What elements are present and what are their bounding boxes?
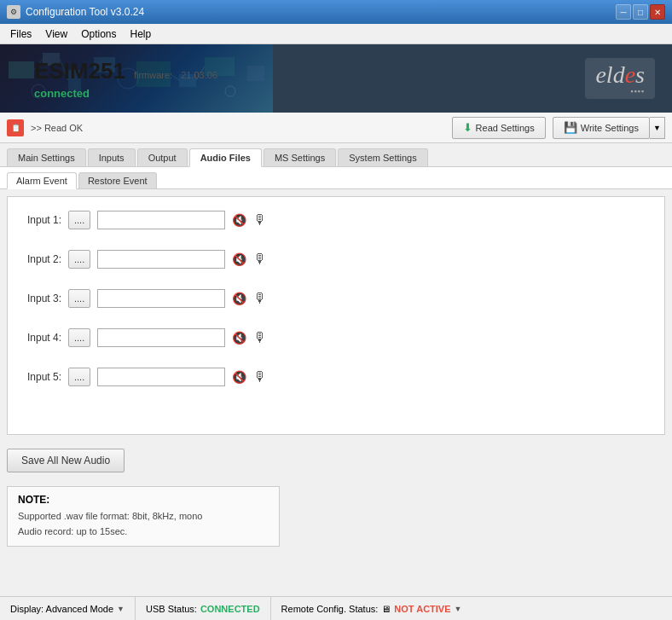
svg-point-13 bbox=[225, 86, 235, 96]
eldes-logo-text: eldes ▪▪▪▪ bbox=[585, 58, 655, 99]
browse-button-2[interactable]: .... bbox=[68, 250, 90, 269]
note-box: NOTE: Supported .wav file format: 8bit, … bbox=[7, 486, 280, 547]
speaker-icon-2[interactable]: 🔇 bbox=[232, 252, 246, 266]
svg-rect-0 bbox=[9, 61, 34, 78]
mic-icon-2[interactable]: 🎙 bbox=[253, 252, 267, 267]
input-1-label: Input 1: bbox=[14, 214, 61, 226]
usb-status-section: USB Status: CONNECTED bbox=[136, 597, 271, 620]
minimize-button[interactable]: ─ bbox=[616, 4, 631, 20]
remote-config-value: NOT ACTIVE bbox=[394, 604, 450, 614]
input-4-label: Input 4: bbox=[14, 332, 61, 344]
title-bar: ⚙ Configuration Tool v3.0.24 ─ □ ✕ bbox=[0, 0, 672, 24]
header-center: ESIM251 firmware: 21.03.06 connected bbox=[34, 58, 217, 100]
maximize-button[interactable]: □ bbox=[633, 4, 648, 20]
speaker-icon-4[interactable]: 🔇 bbox=[232, 331, 246, 345]
remote-config-icon: 🖥 bbox=[381, 604, 391, 614]
status-bar: Display: Advanced Mode ▼ USB Status: CON… bbox=[0, 596, 672, 620]
input-2-label: Input 2: bbox=[14, 253, 61, 265]
audio-inputs-panel: Input 1: .... 🔇 🎙 Input 2: .... 🔇 🎙 In bbox=[7, 196, 665, 435]
file-input-5[interactable] bbox=[97, 368, 225, 386]
save-all-audio-button[interactable]: Save All New Audio bbox=[7, 449, 125, 472]
status-icon: 📋 bbox=[7, 119, 24, 136]
speaker-icon-5[interactable]: 🔇 bbox=[232, 370, 246, 384]
remote-config-section: Remote Config. Status: 🖥 NOT ACTIVE ▼ bbox=[271, 597, 472, 620]
tab-audio-files[interactable]: Audio Files bbox=[189, 148, 262, 167]
sub-tab-alarm-event[interactable]: Alarm Event bbox=[7, 172, 77, 189]
sub-tab-restore-event[interactable]: Restore Event bbox=[78, 172, 157, 188]
app-window: ⚙ Configuration Tool v3.0.24 ─ □ ✕ Files… bbox=[0, 0, 672, 620]
download-icon: ⬇ bbox=[463, 121, 472, 134]
mic-icon-5[interactable]: 🎙 bbox=[253, 369, 267, 385]
file-input-3[interactable] bbox=[97, 289, 225, 308]
mic-icon-3[interactable]: 🎙 bbox=[253, 291, 267, 306]
file-input-4[interactable] bbox=[97, 328, 225, 347]
remote-config-dropdown[interactable]: ▼ bbox=[455, 605, 462, 613]
input-row-2: Input 2: .... 🔇 🎙 bbox=[14, 250, 658, 269]
tab-ms-settings[interactable]: MS Settings bbox=[264, 148, 336, 166]
header-banner: ESIM251 firmware: 21.03.06 connected eld… bbox=[0, 44, 672, 113]
toolbar: 📋 >> Read OK ⬇ Read Settings 💾 Write Set… bbox=[0, 113, 672, 143]
read-settings-button[interactable]: ⬇ Read Settings bbox=[452, 117, 546, 139]
menu-view[interactable]: View bbox=[38, 26, 74, 42]
menu-options[interactable]: Options bbox=[74, 26, 123, 42]
svg-rect-14 bbox=[247, 66, 264, 81]
display-mode-dropdown[interactable]: ▼ bbox=[117, 605, 125, 613]
speaker-icon-1[interactable]: 🔇 bbox=[232, 213, 246, 227]
input-row-5: Input 5: .... 🔇 🎙 bbox=[14, 368, 658, 386]
menu-help[interactable]: Help bbox=[124, 26, 159, 42]
browse-button-3[interactable]: .... bbox=[68, 289, 90, 308]
firmware-label: firmware: bbox=[134, 70, 172, 80]
window-controls: ─ □ ✕ bbox=[616, 4, 665, 20]
main-tabs: Main Settings Inputs Output Audio Files … bbox=[0, 143, 672, 167]
write-settings-dropdown[interactable]: ▼ bbox=[650, 117, 665, 139]
input-3-label: Input 3: bbox=[14, 293, 61, 304]
scrollable-area: Input 1: .... 🔇 🎙 Input 2: .... 🔇 🎙 In bbox=[0, 189, 672, 620]
tab-inputs[interactable]: Inputs bbox=[88, 148, 136, 166]
window-title: Configuration Tool v3.0.24 bbox=[26, 6, 144, 18]
note-line-2: Audio record: up to 15sec. bbox=[18, 524, 269, 540]
speaker-icon-3[interactable]: 🔇 bbox=[232, 292, 246, 305]
save-icon: 💾 bbox=[564, 121, 577, 134]
mic-icon-1[interactable]: 🎙 bbox=[253, 212, 267, 228]
usb-label: USB Status: bbox=[146, 604, 197, 614]
toolbar-status-text: >> Read OK bbox=[31, 123, 83, 133]
display-mode-section: Display: Advanced Mode ▼ bbox=[0, 597, 136, 620]
remote-label: Remote Config. Status: bbox=[281, 604, 379, 614]
note-line-1: Supported .wav file format: 8bit, 8kHz, … bbox=[18, 509, 269, 524]
tab-main-settings[interactable]: Main Settings bbox=[7, 148, 86, 166]
firmware-version: 21.03.06 bbox=[181, 70, 217, 80]
tab-system-settings[interactable]: System Settings bbox=[338, 148, 427, 166]
file-input-2[interactable] bbox=[97, 250, 225, 269]
mic-icon-4[interactable]: 🎙 bbox=[253, 330, 267, 345]
input-row-4: Input 4: .... 🔇 🎙 bbox=[14, 328, 658, 347]
browse-button-4[interactable]: .... bbox=[68, 328, 90, 347]
menu-bar: Files View Options Help bbox=[0, 24, 672, 44]
tab-output[interactable]: Output bbox=[137, 148, 188, 166]
input-5-label: Input 5: bbox=[14, 371, 61, 383]
write-settings-button[interactable]: 💾 Write Settings bbox=[553, 117, 650, 139]
input-row-3: Input 3: .... 🔇 🎙 bbox=[14, 289, 658, 308]
browse-button-1[interactable]: .... bbox=[68, 211, 90, 229]
note-title: NOTE: bbox=[18, 494, 269, 506]
usb-value: CONNECTED bbox=[200, 604, 260, 614]
app-icon: ⚙ bbox=[7, 5, 20, 19]
menu-files[interactable]: Files bbox=[3, 26, 38, 42]
sub-tabs: Alarm Event Restore Event bbox=[0, 167, 672, 189]
file-input-1[interactable] bbox=[97, 211, 225, 229]
connection-status: connected bbox=[34, 87, 217, 100]
display-mode-text: Display: Advanced Mode bbox=[10, 604, 113, 614]
company-logo: eldes ▪▪▪▪ bbox=[585, 58, 655, 99]
device-name: ESIM251 bbox=[34, 58, 125, 84]
browse-button-5[interactable]: .... bbox=[68, 368, 90, 386]
tab-content-area: Alarm Event Restore Event Input 1: .... … bbox=[0, 167, 672, 620]
input-row-1: Input 1: .... 🔇 🎙 bbox=[14, 211, 658, 229]
close-button[interactable]: ✕ bbox=[650, 4, 665, 20]
